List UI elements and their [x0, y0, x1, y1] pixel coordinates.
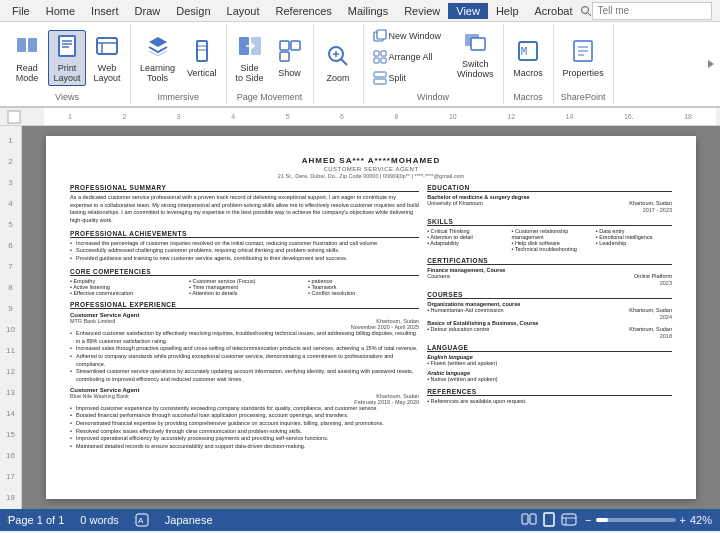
learning-tools-button[interactable]: LearningTools: [135, 30, 180, 86]
course-1-meta: • Humanitarian-Aid commission Khartoum, …: [427, 307, 672, 313]
sidebar-num-7: 7: [8, 262, 12, 271]
zoom-slider[interactable]: [596, 518, 676, 522]
read-mode-button[interactable]: ReadMode: [8, 30, 46, 86]
zoom-minus[interactable]: −: [585, 514, 591, 526]
course-2-date: 2018: [427, 333, 672, 339]
menu-acrobat[interactable]: Acrobat: [527, 3, 581, 19]
macros-button[interactable]: M Macros: [508, 30, 548, 86]
job2-bullet-4: Resolved complex issues effectively thro…: [70, 428, 419, 436]
switch-windows-button[interactable]: SwitchWindows: [452, 26, 499, 82]
zoom-control[interactable]: − + 42%: [585, 514, 712, 526]
window-small-buttons: New Window Arrange All Split: [368, 26, 447, 88]
search-input[interactable]: [592, 2, 712, 20]
job2-bullet-1: Improved customer experience by consiste…: [70, 405, 419, 413]
properties-button[interactable]: Properties: [558, 30, 609, 86]
web-view-icon[interactable]: [561, 512, 577, 528]
svg-rect-16: [280, 41, 289, 50]
menu-insert[interactable]: Insert: [83, 3, 127, 19]
svg-rect-28: [381, 58, 386, 63]
competencies-header: CORE COMPETENCIES: [70, 268, 419, 276]
skills-col-2: • Customer relationship management • Hel…: [511, 228, 587, 252]
show-button[interactable]: Show: [271, 30, 309, 86]
side-to-side-button[interactable]: Sideto Side: [231, 30, 269, 86]
svg-rect-43: [522, 514, 528, 524]
achievement-3: Provided guidance and training to new cu…: [70, 255, 419, 263]
page-movement-buttons: Sideto Side Show: [231, 26, 309, 90]
web-layout-label: WebLayout: [93, 63, 120, 83]
proofing-icon[interactable]: A: [135, 513, 149, 527]
views-label: Views: [55, 92, 79, 102]
macros-icon: M: [514, 38, 542, 66]
skills-row: • Critical Thinking • Attention to detai…: [427, 228, 672, 252]
ruler-corner: [4, 110, 24, 124]
svg-rect-30: [374, 79, 386, 84]
main-area: 1 2 3 4 5 6 7 8 9 10 11 12 13 14 15 16 1…: [0, 126, 720, 509]
skill-3: • Adaptability: [427, 240, 503, 246]
svg-line-1: [588, 12, 592, 16]
split-button[interactable]: Split: [368, 68, 447, 88]
web-layout-button[interactable]: WebLayout: [88, 30, 126, 86]
ribbon-group-page-movement: Sideto Side Show Page Movement: [227, 24, 314, 104]
zoom-button[interactable]: Zoom: [319, 35, 357, 91]
cert-provider: Coursera: [427, 273, 450, 279]
doc-name: AHMED SA*** A****MOHAMED: [70, 156, 672, 165]
ribbon-group-immersive: LearningTools Vertical Immersive: [131, 24, 227, 104]
menu-file[interactable]: File: [4, 3, 38, 19]
ruler-mark: 18: [684, 113, 692, 120]
menu-help[interactable]: Help: [488, 3, 527, 19]
read-view-icon[interactable]: [521, 512, 537, 528]
split-label: Split: [389, 73, 407, 83]
cert-date: 2023: [427, 280, 672, 286]
menu-design[interactable]: Design: [168, 3, 218, 19]
new-window-button[interactable]: New Window: [368, 26, 447, 46]
ruler-marks: 1 2 3 4 5 6 8 10 12 14 16. 18: [48, 113, 712, 120]
word-count: 0 words: [80, 514, 119, 526]
menu-mailings[interactable]: Mailings: [340, 3, 396, 19]
switch-windows-icon: [461, 29, 489, 57]
web-layout-icon: [93, 33, 121, 61]
print-layout-button[interactable]: PrintLayout: [48, 30, 86, 86]
document-area[interactable]: AHMED SA*** A****MOHAMED CUSTOMER SERVIC…: [22, 126, 720, 509]
competencies-row: • Empathy • Active listening • Effective…: [70, 278, 419, 296]
vertical-button[interactable]: Vertical: [182, 30, 222, 86]
ribbon-scroll-right[interactable]: [704, 24, 716, 104]
svg-rect-8: [97, 38, 117, 54]
zoom-plus[interactable]: +: [680, 514, 686, 526]
cert-item: Coursera Online Platform: [427, 273, 672, 279]
sidebar-num-13: 13: [6, 388, 15, 397]
macros-group-label: Macros: [513, 92, 543, 102]
menu-view[interactable]: View: [448, 3, 488, 19]
ruler-mark: 2: [122, 113, 126, 120]
language-status[interactable]: Japanese: [165, 514, 213, 526]
view-buttons: [521, 512, 577, 528]
language-label: Japanese: [165, 514, 213, 526]
print-view-icon[interactable]: [541, 512, 557, 528]
search-bar: [580, 2, 712, 20]
ruler-mark: 3: [177, 113, 181, 120]
competency-col-1: • Empathy • Active listening • Effective…: [70, 278, 181, 296]
education-header: EDUCATION: [427, 184, 672, 192]
job1-bullet-2: Increased sales through proactive upsell…: [70, 345, 419, 353]
vertical-label: Vertical: [187, 68, 217, 78]
sidebar-num-16: 16: [6, 451, 15, 460]
arrange-all-label: Arrange All: [389, 52, 433, 62]
svg-text:M: M: [521, 46, 527, 57]
job1-bullet-3: Adhered to company standards while provi…: [70, 353, 419, 368]
menu-layout[interactable]: Layout: [219, 3, 268, 19]
status-right: − + 42%: [521, 512, 712, 528]
sidebar-num-8: 8: [8, 283, 12, 292]
skill-9: • Leadership: [596, 240, 672, 246]
menu-references[interactable]: References: [268, 3, 340, 19]
arrange-all-button[interactable]: Arrange All: [368, 47, 447, 67]
achievement-1: Increased the percentage of customer inq…: [70, 240, 419, 248]
ruler-mark: 1: [68, 113, 72, 120]
side-to-side-icon: [236, 33, 264, 61]
menu-review[interactable]: Review: [396, 3, 448, 19]
menu-draw[interactable]: Draw: [127, 3, 169, 19]
sidebar-num-5: 5: [8, 220, 12, 229]
comp-6: • Attention to details: [189, 290, 300, 296]
menu-home[interactable]: Home: [38, 3, 83, 19]
svg-text:A: A: [138, 516, 144, 525]
sidebar-num-14: 14: [6, 409, 15, 418]
sidebar-num-6: 6: [8, 241, 12, 250]
